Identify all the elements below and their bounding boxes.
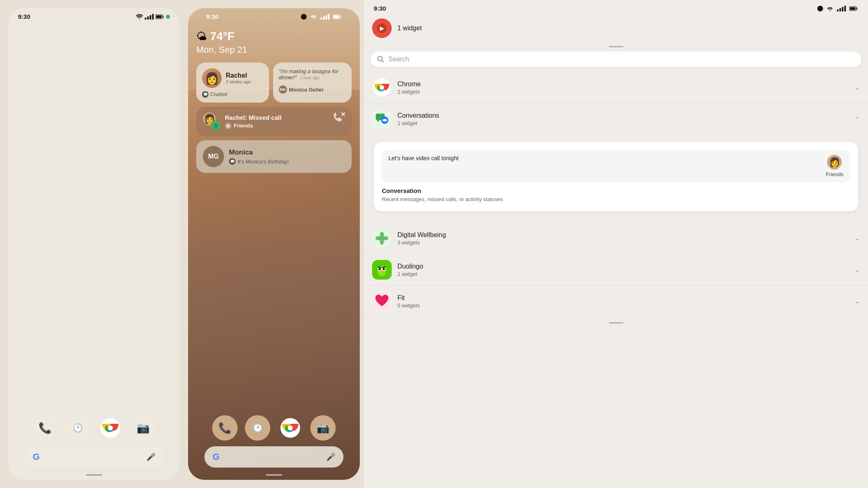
svg-point-38 xyxy=(380,268,381,269)
time-2: 9:30 xyxy=(206,13,218,20)
dock-phone-1[interactable]: 📞 xyxy=(32,415,58,441)
search-container[interactable]: Search xyxy=(370,51,861,67)
status-bar-2: 9:30 xyxy=(196,8,352,23)
widget-preview-avatar: 👩 xyxy=(827,155,842,170)
missed-call-icon xyxy=(225,123,231,129)
conversations-count: 1 widget xyxy=(397,120,855,126)
mg-avatar: MG xyxy=(203,146,224,167)
rachel-avatar: 👩 xyxy=(202,68,222,88)
widget-bubble-text-container: Let's have video call tonight xyxy=(388,155,821,161)
time-1: 9:30 xyxy=(18,13,30,20)
signal-icon-3 xyxy=(837,6,846,11)
mic-icon-1[interactable]: 🎤 xyxy=(146,452,155,461)
app-item-fit[interactable]: Fit 5 widgets ⌄ xyxy=(364,286,868,317)
monica-bubble-card[interactable]: "I'm making a lasagna for dinner!" 1 hou… xyxy=(273,63,352,103)
digital-wellbeing-chevron: ⌄ xyxy=(855,235,860,242)
svg-point-37 xyxy=(383,268,385,270)
missed-call-info: Rachel: Missed call Friends xyxy=(225,114,281,129)
chrome-name: Chrome xyxy=(397,81,855,88)
widget-type-title: Conversation xyxy=(382,187,850,194)
online-indicator xyxy=(838,166,842,170)
dock-chrome-2[interactable] xyxy=(278,415,303,441)
fit-icon xyxy=(372,291,392,311)
bottom-handle xyxy=(364,317,868,329)
app-item-conversations[interactable]: Conversations 1 widget ⌄ xyxy=(364,103,868,134)
fit-info: Fit 5 widgets xyxy=(397,294,855,309)
bottom-dock-2: 📞 🕐 📷 G 🎤 xyxy=(188,415,360,468)
battery-icon-2 xyxy=(333,14,342,19)
conversations-icon xyxy=(372,109,392,129)
missed-call-sub: Friends xyxy=(225,123,281,129)
drag-handle xyxy=(364,43,868,48)
wifi-icon-1 xyxy=(136,14,143,20)
status-bar-1: 9:30 xyxy=(8,8,180,23)
dock-clock-1[interactable]: 🕐 xyxy=(65,415,90,441)
widget-type-info: Conversation Recent messages, missed cal… xyxy=(382,187,850,203)
wifi-icon-3 xyxy=(826,6,834,11)
svg-rect-15 xyxy=(850,7,856,10)
signal-icon-1 xyxy=(145,14,154,20)
search-input[interactable]: Search xyxy=(388,56,855,63)
battery-icon-3 xyxy=(849,6,858,11)
conversations-info: Conversations 1 widget xyxy=(397,112,855,126)
dock-camera-1[interactable]: 📷 xyxy=(130,415,156,441)
search-bar-1[interactable]: G 🎤 xyxy=(25,446,164,468)
monica-mini-avatar: MG xyxy=(279,85,287,94)
group-avatar-person2: 👤 xyxy=(211,121,221,130)
rachel-status: 💬 Chatted xyxy=(202,91,263,98)
svg-rect-2 xyxy=(156,15,162,18)
partial-app-name: 1 widget xyxy=(397,25,860,32)
digital-wellbeing-icon xyxy=(372,228,392,248)
fit-chevron: ⌄ xyxy=(855,298,860,304)
birthday-chat-icon: 💬 xyxy=(229,158,236,165)
rachel-status-text: Chatted xyxy=(210,92,227,97)
status-bar-3: 9:30 xyxy=(364,0,868,15)
status-icons-1 xyxy=(136,14,170,20)
partial-app-icon: ▶ xyxy=(372,18,392,38)
duolingo-count: 1 widget xyxy=(397,271,855,277)
widget-avatar-group: 👩 Friends xyxy=(826,155,843,177)
partial-top-item[interactable]: ▶ 1 widget xyxy=(364,15,868,43)
signal-icon-2 xyxy=(321,14,330,20)
phone2-content: 9:30 xyxy=(188,8,360,480)
dock-camera-2[interactable]: 📷 xyxy=(310,415,336,441)
app-item-digital-wellbeing[interactable]: Digital Wellbeing 3 widgets ⌄ xyxy=(364,223,868,254)
svg-rect-7 xyxy=(334,15,339,18)
weather-row: 🌤 74°F xyxy=(196,30,352,43)
chrome-count: 2 widgets xyxy=(397,89,855,95)
svg-point-31 xyxy=(380,236,384,240)
widget-picker-scroll[interactable]: ▶ 1 widget Search xyxy=(364,15,868,488)
time-3: 9:30 xyxy=(374,5,386,12)
svg-point-21 xyxy=(380,85,384,90)
conversations-chevron: ⌄ xyxy=(855,116,860,122)
dock-chrome-1[interactable] xyxy=(98,415,123,441)
camera-dot-3 xyxy=(817,6,823,11)
birthday-sub: 💬 It's Monica's Birthday! xyxy=(229,158,289,165)
svg-rect-14 xyxy=(857,7,857,9)
dock-clock-2[interactable]: 🕐 xyxy=(245,415,270,441)
missed-call-card[interactable]: 👩 👤 Rachel: Missed call Friends xyxy=(196,107,352,136)
widget-preview-name: Friends xyxy=(826,171,843,177)
home-indicator-1 xyxy=(86,474,102,476)
chrome-info: Chrome 2 widgets xyxy=(397,81,855,95)
rachel-card[interactable]: 👩 Rachel 2 weeks ago 💬 Chatted xyxy=(196,63,269,103)
status-icons-3 xyxy=(817,6,858,11)
duolingo-info: Duolingo 1 widget xyxy=(397,263,855,277)
weather-emoji: 🌤 xyxy=(196,30,207,43)
phone-panel-2: 9:30 xyxy=(188,8,360,480)
search-bar-2[interactable]: G 🎤 xyxy=(204,446,343,468)
g-logo-1: G xyxy=(33,452,40,462)
app-item-duolingo[interactable]: Duolingo 1 widget ⌄ xyxy=(364,254,868,286)
mic-icon-2[interactable]: 🎤 xyxy=(326,452,335,461)
conversations-name: Conversations xyxy=(397,112,855,119)
partial-app-info: 1 widget xyxy=(397,25,860,32)
people-row: 👩 Rachel 2 weeks ago 💬 Chatted xyxy=(196,63,352,103)
birthday-card[interactable]: MG Monica 💬 It's Monica's Birthday! xyxy=(196,140,352,173)
svg-rect-1 xyxy=(163,16,164,18)
battery-icon-1 xyxy=(155,14,164,19)
dock-phone-2[interactable]: 📞 xyxy=(212,415,238,441)
conversations-widget-card[interactable]: Let's have video call tonight 👩 Friends … xyxy=(374,142,858,211)
digital-wellbeing-info: Digital Wellbeing 3 widgets xyxy=(397,231,855,246)
birthday-info: Monica 💬 It's Monica's Birthday! xyxy=(229,148,289,165)
app-item-chrome[interactable]: Chrome 2 widgets ⌄ xyxy=(364,72,868,103)
